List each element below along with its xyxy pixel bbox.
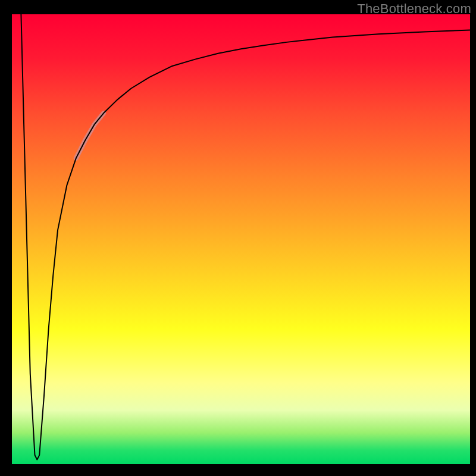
watermark-text: TheBottleneck.com	[357, 1, 471, 17]
frame-left	[0, 0, 12, 476]
frame-right	[470, 0, 476, 476]
highlight-segment-group	[76, 113, 104, 158]
main-curve-group	[21, 14, 470, 459]
chart-svg	[12, 14, 470, 464]
main-curve-path	[21, 14, 470, 459]
frame-bottom	[0, 464, 476, 476]
highlight-segment-path	[76, 113, 104, 158]
chart-container: TheBottleneck.com	[0, 0, 476, 476]
